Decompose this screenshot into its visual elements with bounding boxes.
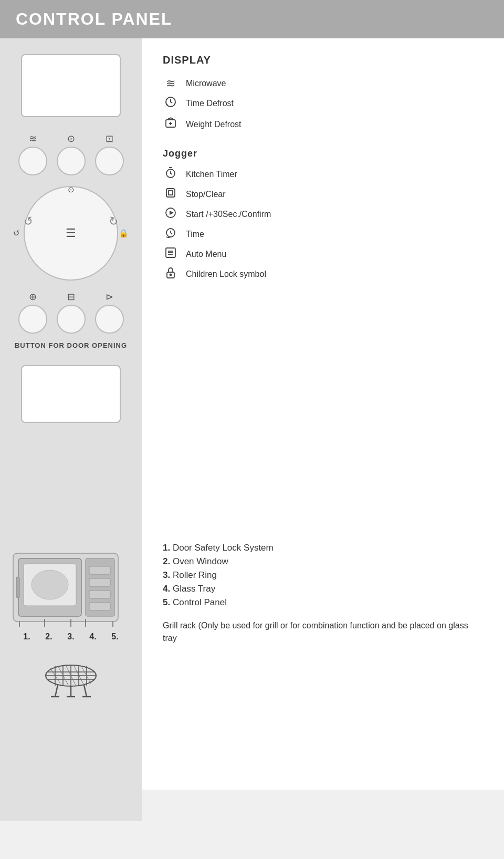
jogger-item-auto-menu: Auto Menu: [163, 246, 483, 262]
label-num-2: 2.: [45, 632, 52, 641]
svg-point-16: [170, 274, 172, 276]
bottom-left-panel: 1. 2. 3. 4. 5.: [0, 527, 142, 790]
parts-num-5: 5.: [163, 597, 170, 607]
svg-rect-6: [166, 189, 175, 197]
auto-menu-icon: [163, 246, 178, 262]
knob-group-microwave: ≋: [18, 133, 47, 175]
bottom-section: 1. 2. 3. 4. 5.: [0, 527, 504, 790]
jogger-label-auto-menu: Auto Menu: [186, 250, 226, 259]
footer-gray-bar: [0, 790, 142, 821]
main-dial-area: ☰ ↺ ↺ ⊙ ↺ 🔒: [24, 186, 118, 281]
svg-rect-22: [89, 566, 110, 574]
jogger-item-children-lock: Children Lock symbol: [163, 266, 483, 282]
display-items-list: ≋ Microwave Time Defrost: [163, 77, 483, 132]
time-icon: [163, 226, 178, 242]
right-panel: DISPLAY ≋ Microwave Time Defrost: [142, 38, 504, 527]
svg-rect-26: [16, 577, 19, 598]
display-box: [21, 54, 121, 117]
timer-icon: ⊕: [29, 291, 37, 303]
display-label-weightdefrost: Weight Defrost: [186, 120, 242, 129]
dial-top-icon: ⊙: [68, 185, 75, 194]
knob-group-timedefrost: ⊙: [57, 133, 86, 175]
jogger-items-list: Kitchen Timer Stop/Clear: [163, 167, 483, 282]
knob-microwave[interactable]: [18, 147, 47, 175]
parts-list-item-2: 2. Oven Window: [163, 556, 483, 567]
jogger-heading: Jogger: [163, 148, 483, 159]
dial-right-icon: 🔒: [119, 229, 129, 238]
knob-group-weightdefrost: ⊡: [95, 133, 124, 175]
svg-marker-9: [170, 211, 174, 215]
svg-rect-25: [89, 603, 110, 610]
jogger-label-kitchen-timer: Kitchen Timer: [186, 170, 237, 179]
door-button-box: [21, 365, 121, 423]
main-dial[interactable]: ☰: [24, 186, 118, 281]
svg-rect-7: [169, 191, 173, 195]
label-num-1: 1.: [23, 632, 30, 641]
parts-label-1: Door Safety Lock System: [173, 543, 274, 553]
page-title: CONTROL PANEL: [16, 9, 173, 29]
grill-note: Grill rack (Only be used for grill or fo…: [163, 619, 483, 645]
parts-num-3: 3.: [163, 570, 170, 580]
jogger-item-start: Start /+30Sec./Confirm: [163, 206, 483, 222]
knob-weightdefrost[interactable]: [95, 147, 124, 175]
parts-label-3: Roller Ring: [173, 570, 217, 580]
page-header: CONTROL PANEL: [0, 0, 504, 38]
display-label-microwave: Microwave: [186, 79, 226, 88]
display-heading: DISPLAY: [163, 54, 483, 66]
parts-num-4: 4.: [163, 584, 170, 594]
parts-list-item-3: 3. Roller Ring: [163, 570, 483, 581]
knob-timedefrost[interactable]: [57, 147, 86, 175]
bottom-right-panel: 1. Door Safety Lock System 2. Oven Windo…: [142, 527, 504, 790]
jogger-label-children-lock: Children Lock symbol: [186, 270, 266, 279]
jogger-item-stop-clear: Stop/Clear: [163, 187, 483, 202]
label-num-4: 4.: [89, 632, 96, 641]
weightdefrost-icon: [163, 117, 178, 132]
btn-stop[interactable]: [57, 305, 86, 334]
btn-group-start: ⊳: [95, 291, 124, 334]
parts-list-item-1: 1. Door Safety Lock System: [163, 543, 483, 553]
left-panel: ≋ ⊙ ⊡ ☰ ↺ ↺ ⊙ ↺ 🔒: [0, 38, 142, 527]
main-layout: ≋ ⊙ ⊡ ☰ ↺ ↺ ⊙ ↺ 🔒: [0, 38, 504, 527]
number-labels-row: 1. 2. 3. 4. 5.: [10, 632, 131, 641]
display-label-timedefrost: Time Defrost: [186, 99, 234, 108]
kitchen-timer-icon: [163, 167, 178, 182]
parts-label-5: Control Panel: [173, 597, 227, 607]
parts-label-4: Glass Tray: [173, 584, 215, 594]
parts-num-2: 2.: [163, 556, 170, 566]
btn-timer[interactable]: [18, 305, 47, 334]
parts-list-item-4: 4. Glass Tray: [163, 584, 483, 594]
jogger-label-start: Start /+30Sec./Confirm: [186, 210, 271, 219]
svg-point-20: [32, 570, 68, 599]
timedefrost-symbol-icon: ⊙: [67, 133, 75, 144]
microwave-icon: ≋: [163, 77, 178, 90]
display-item-microwave: ≋ Microwave: [163, 77, 483, 90]
svg-rect-24: [89, 591, 110, 598]
stop-icon: ⊟: [67, 291, 75, 303]
display-item-timedefrost: Time Defrost: [163, 96, 483, 111]
top-knobs-row: ≋ ⊙ ⊡: [18, 133, 124, 175]
svg-rect-23: [89, 578, 110, 586]
start-confirm-icon: [163, 206, 178, 222]
dial-center-icon: ☰: [66, 226, 76, 240]
microwave-symbol-icon: ≋: [29, 133, 37, 144]
grill-rack-illustration: [39, 657, 102, 707]
jogger-label-time: Time: [186, 230, 204, 239]
bottom-buttons-row: ⊕ ⊟ ⊳: [18, 291, 124, 334]
parts-label-2: Oven Window: [173, 556, 228, 566]
dial-left-icon: ↺: [13, 229, 20, 238]
btn-group-stop: ⊟: [57, 291, 86, 334]
btn-start[interactable]: [95, 305, 124, 334]
label-num-5: 5.: [111, 632, 118, 641]
jogger-item-time: Time: [163, 226, 483, 242]
parts-list-item-5: 5. Control Panel: [163, 597, 483, 608]
start-icon: ⊳: [106, 291, 113, 303]
stop-clear-icon: [163, 187, 178, 202]
svg-line-47: [84, 685, 87, 697]
display-item-weightdefrost: Weight Defrost: [163, 117, 483, 132]
label-num-3: 3.: [67, 632, 74, 641]
microwave-illustration: [8, 543, 134, 632]
jogger-label-stop-clear: Stop/Clear: [186, 190, 226, 199]
timedefrost-icon: [163, 96, 178, 111]
btn-group-timer: ⊕: [18, 291, 47, 334]
parts-list: 1. Door Safety Lock System 2. Oven Windo…: [163, 543, 483, 608]
